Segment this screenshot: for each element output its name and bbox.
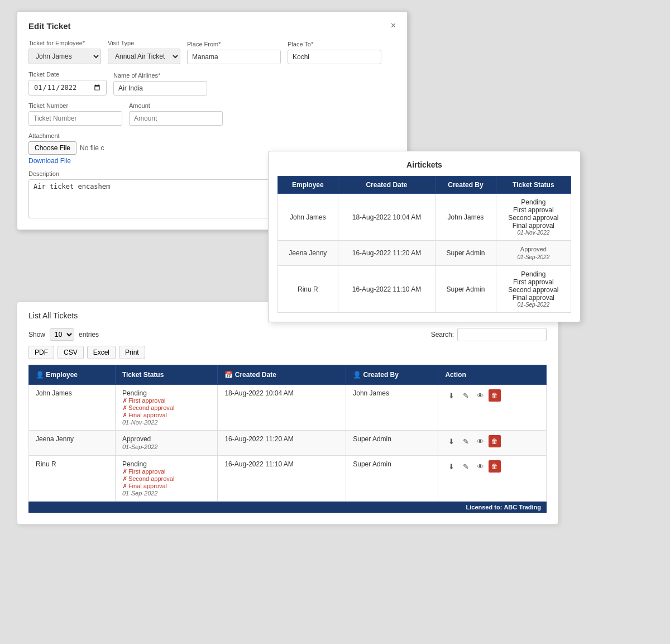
- popup-cell-employee: Jeena Jenny: [278, 241, 338, 266]
- edit-action-button[interactable]: ✎: [460, 389, 472, 402]
- airtickets-table: Employee Created Date Created By Ticket …: [277, 176, 571, 313]
- form-row-3: Ticket Number Amount: [28, 102, 396, 126]
- amount-group: Amount: [129, 102, 223, 126]
- list-title-tickets: Tickets: [53, 311, 78, 320]
- action-icons: ⬇ ✎ 👁 🗑: [445, 460, 539, 473]
- ticket-date-group: Ticket Date: [28, 71, 107, 96]
- modal-close-button[interactable]: ×: [391, 21, 396, 31]
- popup-cell-status: PendingFirst approvalSecond approvalFina…: [496, 194, 571, 241]
- popup-table-row: Jeena Jenny 16-Aug-2022 11:20 AM Super A…: [278, 241, 571, 266]
- amount-input[interactable]: [129, 111, 223, 126]
- ticket-date-input[interactable]: [28, 80, 107, 96]
- licensed-bar: Licensed to: ABC Trading: [28, 502, 547, 513]
- place-to-input[interactable]: [288, 50, 381, 64]
- ticket-employee-select[interactable]: John James: [28, 49, 101, 64]
- main-col-action: Action: [438, 365, 547, 385]
- popup-cell-status: Approved01-Sep-2022: [496, 241, 571, 266]
- search-area: Search:: [431, 328, 547, 341]
- export-excel-button[interactable]: Excel: [87, 346, 116, 359]
- form-row-1: Ticket for Employee* John James Visit Ty…: [28, 40, 396, 64]
- ticket-number-label: Ticket Number: [28, 102, 122, 109]
- place-to-label: Place To*: [288, 41, 381, 47]
- export-csv-button[interactable]: CSV: [58, 346, 84, 359]
- main-cell-created-date: 16-Aug-2022 11:10 AM: [218, 456, 346, 502]
- main-table-header-row: 👤 Employee Ticket Status 📅 Created Date …: [29, 365, 547, 385]
- export-buttons-row: PDFCSVExcelPrint: [28, 346, 547, 359]
- view-action-button[interactable]: 👁: [474, 389, 486, 402]
- main-cell-action: ⬇ ✎ 👁 🗑: [438, 385, 547, 431]
- action-icons: ⬇ ✎ 👁 🗑: [445, 389, 539, 402]
- popup-cell-employee: Rinu R: [278, 266, 338, 313]
- visit-type-label: Visit Type: [108, 40, 180, 46]
- table-row: John James Pending✗First approval✗Second…: [29, 385, 547, 431]
- ticket-employee-group: Ticket for Employee* John James: [28, 40, 101, 64]
- main-cell-created-by: Super Admin: [346, 456, 438, 502]
- delete-action-button[interactable]: 🗑: [489, 435, 501, 447]
- ticket-employee-label: Ticket for Employee*: [28, 40, 101, 46]
- list-all-tickets-panel: List All Tickets Show 10 entries Search:…: [17, 302, 558, 524]
- main-cell-employee: Jeena Jenny: [29, 431, 116, 456]
- ticket-number-input[interactable]: [28, 111, 122, 126]
- list-title-all: List All: [28, 311, 51, 320]
- popup-col-created-by: Created By: [436, 176, 496, 194]
- popup-table-row: Rinu R 16-Aug-2022 11:10 AM Super Admin …: [278, 266, 571, 313]
- ticket-number-group: Ticket Number: [28, 102, 122, 126]
- action-icons: ⬇ ✎ 👁 🗑: [445, 435, 539, 447]
- no-file-text: No file c: [80, 144, 104, 152]
- main-cell-status: Approved01-Sep-2022: [115, 431, 218, 456]
- search-input[interactable]: [457, 328, 547, 341]
- licensed-label: Licensed to:: [466, 504, 502, 511]
- form-row-2: Ticket Date Name of Airlines*: [28, 71, 396, 96]
- main-col-ticket-status: Ticket Status: [115, 365, 218, 385]
- airtickets-title: Airtickets: [277, 160, 571, 169]
- visit-type-group: Visit Type Annual Air Ticket: [108, 40, 180, 64]
- popup-cell-status: PendingFirst approvalSecond approvalFina…: [496, 266, 571, 313]
- left-controls: Show 10 entries: [28, 328, 99, 341]
- visit-type-select[interactable]: Annual Air Ticket: [108, 49, 180, 64]
- download-action-button[interactable]: ⬇: [445, 435, 457, 447]
- edit-action-button[interactable]: ✎: [460, 460, 472, 473]
- table-row: Jeena Jenny Approved01-Sep-2022 16-Aug-2…: [29, 431, 547, 456]
- popup-col-created-date: Created Date: [338, 176, 436, 194]
- entries-select[interactable]: 10: [50, 328, 74, 341]
- main-cell-status: Pending✗First approval✗Second approval✗F…: [115, 385, 218, 431]
- entries-label: entries: [79, 331, 99, 338]
- download-action-button[interactable]: ⬇: [445, 460, 457, 473]
- airlines-label: Name of Airlines*: [113, 72, 207, 79]
- popup-cell-created-date: 18-Aug-2022 10:04 AM: [338, 194, 436, 241]
- popup-col-ticket-status: Ticket Status: [496, 176, 571, 194]
- main-col-created-date: 📅 Created Date: [218, 365, 346, 385]
- airtickets-popup: Airtickets Employee Created Date Created…: [268, 151, 581, 322]
- table-row: Rinu R Pending✗First approval✗Second app…: [29, 456, 547, 502]
- licensed-name: ABC Trading: [504, 504, 541, 511]
- export-pdf-button[interactable]: PDF: [28, 346, 54, 359]
- popup-cell-employee: John James: [278, 194, 338, 241]
- edit-action-button[interactable]: ✎: [460, 435, 472, 447]
- modal-title: Edit Ticket: [28, 21, 71, 31]
- place-from-group: Place From*: [187, 41, 281, 64]
- controls-search-row: Show 10 entries Search:: [28, 328, 547, 341]
- popup-col-employee: Employee: [278, 176, 338, 194]
- popup-table-header-row: Employee Created Date Created By Ticket …: [278, 176, 571, 194]
- export-print-button[interactable]: Print: [119, 346, 145, 359]
- choose-file-button[interactable]: Choose File: [28, 141, 76, 155]
- airlines-input[interactable]: [113, 81, 207, 96]
- airlines-group: Name of Airlines*: [113, 72, 207, 96]
- place-from-input[interactable]: [187, 50, 281, 64]
- main-cell-status: Pending✗First approval✗Second approval✗F…: [115, 456, 218, 502]
- view-action-button[interactable]: 👁: [474, 435, 486, 447]
- main-cell-created-by: Super Admin: [346, 431, 438, 456]
- main-col-created-by: 👤 Created By: [346, 365, 438, 385]
- place-to-group: Place To*: [288, 41, 381, 64]
- delete-action-button[interactable]: 🗑: [489, 389, 501, 402]
- main-cell-employee: John James: [29, 385, 116, 431]
- search-label: Search:: [431, 331, 454, 338]
- view-action-button[interactable]: 👁: [474, 460, 486, 473]
- main-cell-created-date: 18-Aug-2022 10:04 AM: [218, 385, 346, 431]
- download-action-button[interactable]: ⬇: [445, 389, 457, 402]
- popup-table-row: John James 18-Aug-2022 10:04 AM John Jam…: [278, 194, 571, 241]
- popup-cell-created-date: 16-Aug-2022 11:20 AM: [338, 241, 436, 266]
- main-cell-action: ⬇ ✎ 👁 🗑: [438, 431, 547, 456]
- delete-action-button[interactable]: 🗑: [489, 460, 501, 473]
- attachment-label: Attachment: [28, 132, 396, 139]
